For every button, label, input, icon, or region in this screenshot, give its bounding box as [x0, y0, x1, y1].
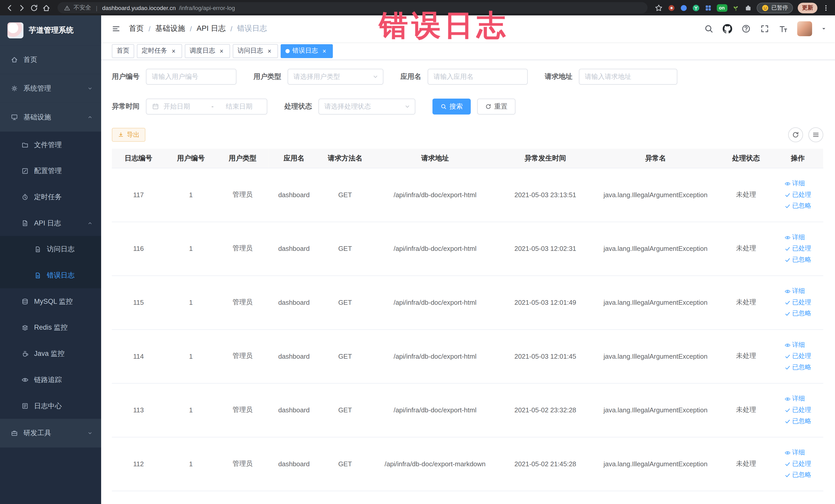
- close-icon[interactable]: ×: [170, 47, 177, 55]
- table-row: 1131管理员dashboardGET/api/infra/db-doc/exp…: [112, 383, 823, 437]
- check-icon: [784, 353, 791, 360]
- header-search-icon[interactable]: [704, 24, 714, 33]
- sidebar-item-scheduled-tasks[interactable]: 定时任务: [0, 184, 101, 210]
- sidebar-item-access-log[interactable]: 访问日志: [0, 236, 101, 262]
- hamburger-icon[interactable]: [112, 24, 120, 33]
- tab-home[interactable]: 首页: [112, 44, 134, 58]
- table-row: 1151管理员dashboardGET/api/infra/db-doc/exp…: [112, 276, 823, 329]
- github-icon[interactable]: [722, 24, 732, 33]
- action-processed-link[interactable]: 已处理: [784, 352, 811, 361]
- user-type-select[interactable]: 请选择用户类型: [287, 69, 383, 85]
- caret-down-icon[interactable]: [821, 26, 827, 32]
- update-chip[interactable]: 更新: [798, 2, 817, 13]
- process-status-select[interactable]: 请选择处理状态: [319, 99, 415, 115]
- action-ignored-link[interactable]: 已忽略: [784, 363, 811, 372]
- sidebar-item-dev-tools[interactable]: 研发工具: [0, 419, 101, 447]
- tab-access-log[interactable]: 访问日志×: [233, 44, 278, 58]
- sidebar-item-api-log[interactable]: API 日志: [0, 210, 101, 236]
- tab-scheduled-tasks[interactable]: 定时任务×: [137, 44, 182, 58]
- sidebar-item-config-mgmt[interactable]: 配置管理: [0, 158, 101, 184]
- font-size-icon[interactable]: [778, 24, 788, 33]
- close-icon[interactable]: ×: [218, 47, 225, 55]
- reset-button[interactable]: 重置: [477, 99, 515, 115]
- user-id-input[interactable]: [146, 69, 237, 85]
- sidebar-item-log-center[interactable]: 日志中心: [0, 392, 101, 419]
- bookmark-star-icon[interactable]: [654, 3, 663, 12]
- action-processed-link[interactable]: 已处理: [784, 459, 811, 468]
- sidebar-item-file-mgmt[interactable]: 文件管理: [0, 132, 101, 158]
- action-detail-link[interactable]: 详细: [784, 233, 805, 242]
- cell-exception: java.lang.IllegalArgumentException: [591, 168, 720, 222]
- action-detail-link[interactable]: 详细: [784, 286, 805, 296]
- extension-green-icon[interactable]: [692, 4, 699, 12]
- action-ignored-link[interactable]: 已忽略: [784, 201, 811, 210]
- cell-actions: 详细已处理已忽略: [772, 222, 823, 276]
- action-processed-link[interactable]: 已处理: [784, 298, 811, 307]
- sidebar-logo[interactable]: 芋道管理系统: [0, 15, 101, 45]
- not-secure-warning-icon: [64, 5, 70, 11]
- cell-app_name: dashboard: [268, 437, 320, 491]
- action-ignored-link[interactable]: 已忽略: [784, 309, 811, 318]
- action-detail-link[interactable]: 详细: [784, 340, 805, 349]
- help-icon[interactable]: [741, 24, 751, 33]
- action-detail-link[interactable]: 详细: [784, 395, 805, 403]
- sidebar-item-home[interactable]: 首页: [0, 45, 101, 74]
- user-avatar[interactable]: [797, 21, 812, 36]
- browser-back-icon[interactable]: [5, 3, 14, 12]
- app-name-input[interactable]: [428, 69, 528, 85]
- cell-log_id: 117: [112, 168, 165, 222]
- extension-grid-icon[interactable]: [704, 4, 712, 12]
- cell-app_name: dashboard: [268, 222, 320, 276]
- sidebar-item-java-monitor[interactable]: Java 监控: [0, 340, 101, 367]
- browser-forward-icon[interactable]: [18, 3, 26, 12]
- action-detail-link[interactable]: 详细: [784, 179, 805, 188]
- sidebar-item-system-mgmt[interactable]: 系统管理: [0, 74, 101, 103]
- tab-schedule-log[interactable]: 调度日志×: [185, 44, 230, 58]
- refresh-button[interactable]: [788, 127, 803, 142]
- extension-sprout-icon[interactable]: [732, 4, 739, 12]
- tab-error-log[interactable]: 错误日志×: [281, 44, 333, 58]
- action-processed-link[interactable]: 已处理: [784, 405, 811, 415]
- breadcrumb-item[interactable]: 基础设施: [155, 24, 185, 33]
- url-bar[interactable]: 不安全 | dashboard.yudao.iocoder.cn/infra/l…: [58, 2, 647, 13]
- extension-red-icon[interactable]: [668, 4, 675, 12]
- extensions-puzzle-icon[interactable]: [744, 4, 752, 12]
- extension-blue-icon[interactable]: [680, 4, 687, 12]
- fullscreen-icon[interactable]: [760, 24, 769, 33]
- paused-chip[interactable]: 已暂停: [756, 2, 793, 13]
- export-button[interactable]: 导出: [112, 128, 145, 142]
- action-ignored-link[interactable]: 已忽略: [784, 417, 811, 426]
- exception-time-range-picker[interactable]: 开始日期 - 结束日期: [146, 99, 267, 115]
- java-icon: [21, 350, 29, 357]
- sidebar-item-mysql-monitor[interactable]: MySQL 监控: [0, 288, 101, 315]
- sidebar-item-infrastructure[interactable]: 基础设施: [0, 103, 101, 132]
- browser-reload-icon[interactable]: [30, 3, 38, 12]
- action-processed-link[interactable]: 已处理: [784, 244, 811, 253]
- sidebar-item-error-log[interactable]: 错误日志: [0, 262, 101, 288]
- cell-user_id: 1: [165, 276, 217, 329]
- sidebar-item-redis-monitor[interactable]: Redis 监控: [0, 314, 101, 340]
- filter-user-id: 用户编号: [112, 69, 237, 85]
- extension-on-badge[interactable]: on: [716, 4, 727, 12]
- close-icon[interactable]: ×: [321, 47, 328, 55]
- cell-exception: java.lang.IllegalArgumentException: [591, 329, 720, 383]
- redis-icon: [21, 324, 29, 331]
- action-ignored-link[interactable]: 已忽略: [784, 470, 811, 479]
- action-detail-link[interactable]: 详细: [784, 448, 805, 457]
- file-icon: [21, 141, 29, 148]
- sidebar-item-trace[interactable]: 链路追踪: [0, 367, 101, 393]
- action-ignored-link[interactable]: 已忽略: [784, 255, 811, 264]
- breadcrumb-item[interactable]: 首页: [129, 24, 144, 33]
- request-url-input[interactable]: [579, 69, 677, 85]
- action-processed-link[interactable]: 已处理: [784, 190, 811, 199]
- browser-home-icon[interactable]: [42, 3, 50, 12]
- breadcrumb-item[interactable]: API 日志: [197, 24, 226, 33]
- eye-icon: [784, 342, 791, 348]
- filter-user-type: 用户类型 请选择用户类型: [253, 69, 384, 85]
- browser-menu-kebab-icon[interactable]: [822, 4, 830, 12]
- cell-user_type: 管理员: [217, 222, 268, 276]
- cell-app_name: dashboard: [268, 383, 320, 437]
- column-settings-button[interactable]: [808, 127, 823, 142]
- search-button[interactable]: 搜索: [432, 99, 471, 115]
- close-icon[interactable]: ×: [266, 47, 273, 55]
